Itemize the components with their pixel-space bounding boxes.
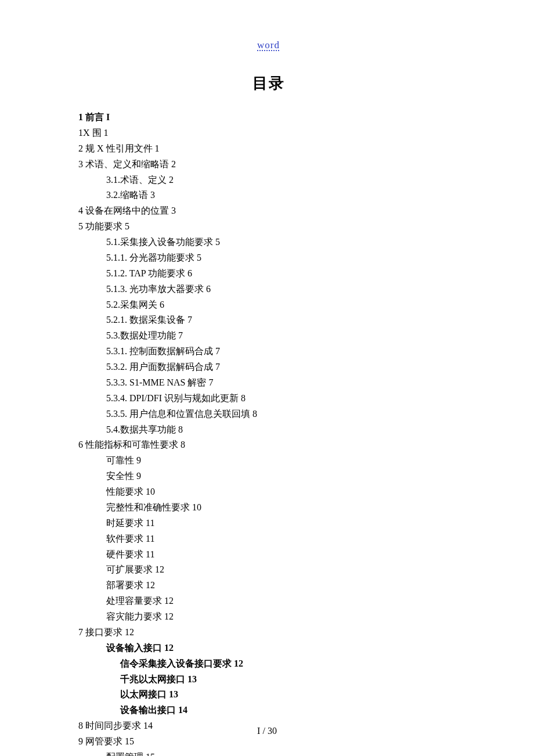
toc-entry[interactable]: 6 性能指标和可靠性要求 8: [78, 437, 459, 453]
toc-entry[interactable]: 5 功能要求 5: [78, 219, 459, 235]
toc-entry[interactable]: 硬件要求 11: [78, 547, 459, 563]
toc-entry[interactable]: 信令采集接入设备接口要求 12: [78, 656, 459, 672]
toc-entry[interactable]: 5.3.5. 用户信息和位置信息关联回填 8: [78, 406, 459, 422]
toc-entry[interactable]: 3.2.缩略语 3: [78, 188, 459, 203]
toc-entry[interactable]: 3 术语、定义和缩略语 2: [78, 157, 459, 172]
toc-entry[interactable]: 配置管理 15: [78, 750, 459, 756]
toc-entry[interactable]: 以太网接口 13: [78, 687, 459, 703]
table-of-contents: 1 前言 I1X 围 12 规 X 性引用文件 13 术语、定义和缩略语 23.…: [78, 110, 459, 756]
toc-entry[interactable]: 5.1.2. TAP 功能要求 6: [78, 266, 459, 282]
toc-entry[interactable]: 可扩展要求 12: [78, 562, 459, 578]
toc-entry[interactable]: 完整性和准确性要求 10: [78, 500, 459, 516]
page-container: word 目录 1 前言 I1X 围 12 规 X 性引用文件 13 术语、定义…: [0, 0, 534, 756]
toc-entry[interactable]: 设备输出接口 14: [78, 703, 459, 718]
toc-entry[interactable]: 3.1.术语、定义 2: [78, 172, 459, 188]
toc-entry[interactable]: 时延要求 11: [78, 516, 459, 531]
toc-entry[interactable]: 5.2.采集网关 6: [78, 297, 459, 313]
toc-entry[interactable]: 5.1.1. 分光器功能要求 5: [78, 250, 459, 266]
toc-entry[interactable]: 1X 围 1: [78, 125, 459, 141]
toc-entry[interactable]: 设备输入接口 12: [78, 640, 459, 656]
toc-entry[interactable]: 1 前言 I: [78, 110, 459, 125]
toc-entry[interactable]: 容灾能力要求 12: [78, 609, 459, 625]
toc-entry[interactable]: 5.3.数据处理功能 7: [78, 328, 459, 344]
toc-entry[interactable]: 7 接口要求 12: [78, 625, 459, 640]
toc-entry[interactable]: 5.1.采集接入设备功能要求 5: [78, 235, 459, 250]
toc-entry[interactable]: 5.1.3. 光功率放大器要求 6: [78, 282, 459, 297]
toc-entry[interactable]: 2 规 X 性引用文件 1: [78, 141, 459, 157]
toc-entry[interactable]: 软件要求 11: [78, 531, 459, 547]
toc-entry[interactable]: 性能要求 10: [78, 484, 459, 500]
toc-entry[interactable]: 4 设备在网络中的位置 3: [78, 203, 459, 219]
page-number: I / 30: [0, 726, 534, 736]
header-word-label: word: [78, 39, 459, 51]
toc-entry[interactable]: 安全性 9: [78, 469, 459, 484]
document-title: 目录: [78, 73, 459, 93]
toc-entry[interactable]: 5.3.3. S1-MME NAS 解密 7: [78, 375, 459, 391]
toc-entry[interactable]: 千兆以太网接口 13: [78, 672, 459, 687]
toc-entry[interactable]: 5.3.1. 控制面数据解码合成 7: [78, 344, 459, 359]
toc-entry[interactable]: 5.2.1. 数据采集设备 7: [78, 312, 459, 328]
toc-entry[interactable]: 5.3.4. DPI/DFI 识别与规如此更新 8: [78, 391, 459, 406]
toc-entry[interactable]: 部署要求 12: [78, 578, 459, 593]
toc-entry[interactable]: 可靠性 9: [78, 453, 459, 469]
toc-entry[interactable]: 9 网管要求 15: [78, 734, 459, 750]
toc-entry[interactable]: 5.3.2. 用户面数据解码合成 7: [78, 359, 459, 375]
toc-entry[interactable]: 5.4.数据共享功能 8: [78, 422, 459, 438]
toc-entry[interactable]: 处理容量要求 12: [78, 593, 459, 609]
